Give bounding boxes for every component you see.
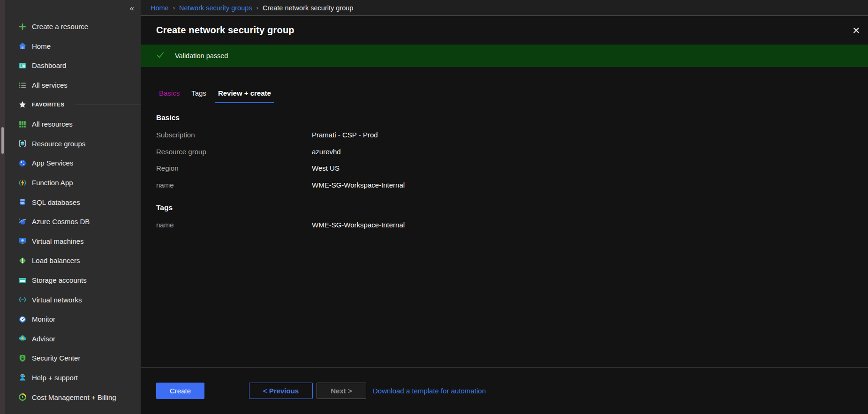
sidebar-item-dashboard[interactable]: Dashboard — [5, 56, 141, 75]
sidebar-item-label: Security Center — [32, 354, 80, 362]
star-icon — [18, 100, 27, 109]
favorites-section-header: FAVORITES — [5, 95, 141, 114]
sidebar-item-label: Resource groups — [32, 140, 85, 148]
sidebar-item-cost-management-billing[interactable]: $ Cost Management + Billing — [5, 387, 141, 407]
favorites-label: FAVORITES — [32, 102, 65, 107]
sidebar-item-resource-groups[interactable]: Resource groups — [5, 134, 141, 154]
review-row: Region West US — [156, 160, 868, 177]
close-icon[interactable]: ✕ — [849, 23, 863, 38]
sidebar-item-label: Virtual networks — [32, 296, 82, 304]
home-icon — [18, 42, 27, 50]
main-panel: Home › Network security groups › Create … — [141, 0, 868, 414]
review-row: Resource group azurevhd — [156, 143, 868, 160]
sidebar-item-all-resources[interactable]: All resources — [5, 114, 141, 134]
sidebar-item-monitor[interactable]: Monitor — [5, 309, 141, 329]
sidebar-item-advisor[interactable]: Advisor — [5, 329, 141, 349]
sidebar-item-create-a-resource[interactable]: Create a resource — [5, 17, 141, 37]
sidebar-item-label: Storage accounts — [32, 276, 87, 284]
tab-bar: Basics Tags Review + create — [156, 89, 868, 103]
field-value: azurevhd — [312, 148, 341, 156]
svg-text:SQL: SQL — [20, 202, 25, 204]
svg-text:$: $ — [22, 396, 23, 399]
sidebar-item-virtual-networks[interactable]: Virtual networks — [5, 290, 141, 309]
blade-title-bar: Create network security group ✕ — [141, 16, 868, 45]
sidebar-item-label: Create a resource — [32, 23, 88, 30]
field-label: name — [156, 181, 312, 189]
review-row: name WME-SG-Workspace-Internal — [156, 217, 868, 233]
planet-icon — [18, 218, 27, 226]
next-button[interactable]: Next > — [317, 383, 366, 399]
breadcrumb-link-home[interactable]: Home — [151, 4, 169, 12]
sidebar-item-all-services[interactable]: All services — [5, 75, 141, 95]
sidebar-item-azure-cosmos-db[interactable]: Azure Cosmos DB — [5, 212, 141, 232]
field-value: West US — [312, 164, 340, 172]
sidebar-item-security-center[interactable]: Security Center — [5, 348, 141, 368]
azure-portal: « Create a resource Home Dashboard All s — [0, 0, 868, 414]
support-person-icon — [18, 373, 27, 382]
field-value: Pramati - CSP - Prod — [312, 131, 378, 139]
sql-cylinder-icon: SQL — [18, 198, 27, 206]
previous-button[interactable]: < Previous — [249, 383, 313, 399]
sidebar-item-label: Function App — [32, 179, 73, 187]
tab-basics[interactable]: Basics — [156, 89, 182, 103]
all-services-icon — [18, 81, 27, 90]
sidebar-item-sql-databases[interactable]: SQL SQL databases — [5, 192, 141, 212]
breadcrumb-separator-icon: › — [257, 4, 258, 11]
sidebar-item-label: Help + support — [32, 374, 78, 382]
plus-icon — [18, 23, 27, 31]
page-title: Create network security group — [156, 25, 294, 36]
sidebar-scrollbar-thumb[interactable] — [1, 127, 4, 154]
sidebar-item-label: App Services — [32, 159, 73, 167]
angle-dots-icon — [18, 295, 27, 304]
review-row: Subscription Pramati - CSP - Prod — [156, 127, 868, 143]
gauge-icon — [18, 315, 27, 324]
create-button[interactable]: Create — [156, 383, 204, 399]
field-label: Region — [156, 164, 312, 172]
review-content: Basics Tags Review + create Basics Subsc… — [141, 67, 868, 367]
validation-message: Validation passed — [175, 52, 228, 60]
checkmark-icon — [156, 51, 167, 61]
breadcrumb: Home › Network security groups › Create … — [141, 0, 868, 16]
sidebar-item-label: All services — [32, 81, 68, 89]
sidebar-item-home[interactable]: Home — [5, 37, 141, 56]
lightning-icon — [18, 179, 27, 187]
field-value: WME-SG-Workspace-Internal — [312, 221, 405, 229]
tab-review-create[interactable]: Review + create — [215, 89, 274, 103]
globe-icon — [18, 159, 27, 167]
monitor-screen-icon — [18, 237, 27, 245]
cost-donut-icon: $ — [18, 393, 27, 401]
tags-rows: name WME-SG-Workspace-Internal — [156, 217, 868, 233]
advisor-badge-icon — [18, 334, 27, 343]
tab-tags[interactable]: Tags — [189, 89, 209, 103]
sidebar-item-label: Home — [32, 42, 51, 50]
grid-icon — [18, 120, 27, 128]
shield-lock-icon — [18, 354, 27, 362]
breadcrumb-current-page: Create network security group — [263, 4, 353, 12]
sidebar-item-load-balancers[interactable]: Load balancers — [5, 251, 141, 271]
favorites-divider — [75, 105, 141, 105]
review-row: name WME-SG-Workspace-Internal — [156, 177, 868, 194]
sidebar-item-label: All resources — [32, 120, 73, 128]
validation-banner: Validation passed — [141, 45, 868, 67]
breadcrumb-separator-icon: › — [173, 4, 175, 11]
sidebar: « Create a resource Home Dashboard All s — [5, 0, 141, 414]
sidebar-item-label: Monitor — [32, 315, 55, 323]
sidebar-item-help-support[interactable]: Help + support — [5, 368, 141, 388]
footer-action-bar: Create < Previous Next > Download a temp… — [141, 367, 868, 414]
sidebar-item-function-app[interactable]: Function App — [5, 173, 141, 193]
sidebar-item-label: Load balancers — [32, 256, 80, 264]
sidebar-item-storage-accounts[interactable]: Storage accounts — [5, 271, 141, 290]
field-label: name — [156, 221, 312, 229]
breadcrumb-link-network-security-groups[interactable]: Network security groups — [179, 4, 252, 12]
sidebar-item-label: Virtual machines — [32, 237, 84, 245]
sidebar-item-label: Dashboard — [32, 61, 66, 69]
sidebar-item-label: SQL databases — [32, 198, 80, 206]
sidebar-item-virtual-machines[interactable]: Virtual machines — [5, 232, 141, 251]
diamond-nodes-icon — [18, 256, 27, 265]
sidebar-collapse-button[interactable]: « — [5, 0, 141, 17]
download-template-link[interactable]: Download a template for automation — [373, 387, 486, 395]
field-value: WME-SG-Workspace-Internal — [312, 181, 405, 189]
field-label: Resource group — [156, 148, 312, 156]
sidebar-item-app-services[interactable]: App Services — [5, 153, 141, 173]
left-edge-strip — [0, 0, 5, 414]
